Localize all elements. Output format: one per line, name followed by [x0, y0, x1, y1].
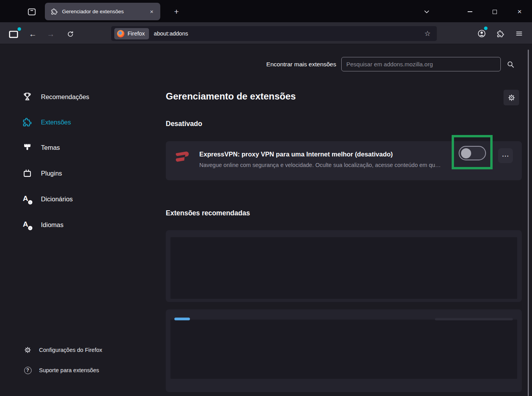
chevron-down-icon [423, 8, 431, 16]
url-text: about:addons [154, 30, 188, 37]
titlebar: Gerenciador de extensões × + × [0, 0, 532, 22]
plug-icon [22, 168, 32, 178]
account-icon [477, 29, 486, 38]
card-content-placeholder [170, 237, 517, 299]
extensions-toolbar-button[interactable] [493, 27, 508, 40]
vertical-scrollbar[interactable] [528, 50, 529, 396]
letter-a-download-icon [23, 220, 32, 229]
gear-icon [24, 346, 32, 354]
section-heading-disabled: Desativado [166, 120, 202, 128]
new-tab-button[interactable]: + [170, 5, 183, 18]
reload-button[interactable] [64, 28, 76, 40]
menu-button[interactable] [512, 27, 527, 40]
extension-card-expressvpn[interactable]: ExpressVPN: proxy VPN para uma Internet … [166, 141, 522, 180]
extension-enable-toggle[interactable] [459, 146, 486, 160]
sidebar-item-label: Idiomas [41, 221, 64, 229]
site-identity-label: Firefox [128, 30, 145, 37]
sidebar-item-label: Plugins [41, 170, 62, 177]
sidebar-item-languages[interactable]: Idiomas [22, 217, 151, 233]
window-icon [9, 30, 19, 39]
address-bar[interactable]: Firefox about:addons ☆ [111, 26, 437, 41]
sidebar-item-firefox-settings[interactable]: Configurações do Firefox [23, 343, 152, 357]
search-icon [506, 60, 515, 69]
sidebar-item-label: Dicionários [41, 195, 73, 203]
notification-dot [18, 27, 21, 31]
firefox-view-icon [27, 7, 37, 17]
extension-description: Navegue online com segurança e velocidad… [199, 162, 441, 168]
sidebar-item-label: Recomendações [41, 93, 89, 101]
forward-button[interactable]: → [44, 28, 57, 40]
sidebar-item-label: Configurações do Firefox [39, 347, 102, 353]
tools-for-all-addons-button[interactable] [504, 90, 519, 105]
maximize-button[interactable] [488, 5, 502, 19]
extension-name: ExpressVPN: proxy VPN para uma Internet … [199, 151, 393, 158]
loading-icon-placeholder [174, 318, 190, 320]
firefox-view-button[interactable] [24, 4, 39, 19]
tab-list-button[interactable] [420, 5, 433, 18]
page-title: Gerenciamento de extensões [166, 91, 296, 102]
puzzle-icon [497, 30, 505, 38]
puzzle-icon [51, 8, 58, 15]
loading-bar-placeholder [435, 318, 513, 320]
sidebar-item-themes[interactable]: Temas [22, 140, 151, 155]
sidebar-item-extension-support[interactable]: ? Suporte para extensões [23, 363, 152, 377]
profile-button[interactable] [5, 27, 22, 41]
tab-close-button[interactable]: × [147, 7, 156, 16]
tab-extension-manager[interactable]: Gerenciador de extensões × [45, 3, 160, 20]
bookmark-star-button[interactable]: ☆ [422, 28, 433, 39]
site-identity-chip[interactable]: Firefox [114, 28, 149, 39]
gear-icon [507, 94, 516, 102]
question-icon: ? [24, 367, 32, 374]
trophy-icon [22, 92, 32, 102]
sidebar-item-label: Extensões [41, 119, 71, 126]
recommended-extension-card[interactable] [166, 309, 522, 392]
reload-icon [67, 30, 74, 38]
recommended-extension-card[interactable] [166, 230, 522, 302]
account-button[interactable] [474, 27, 489, 40]
card-content-placeholder [170, 320, 517, 379]
close-window-button[interactable]: × [512, 5, 527, 19]
sidebar-item-label: Temas [41, 144, 60, 151]
paintbrush-icon [22, 142, 32, 153]
tab-title: Gerenciador de extensões [62, 9, 147, 14]
firefox-logo-icon [117, 30, 124, 37]
search-button[interactable] [505, 59, 516, 70]
sidebar-item-extensions[interactable]: Extensões [22, 114, 151, 130]
sidebar-item-dictionaries[interactable]: Dicionários [22, 191, 151, 207]
section-heading-recommended: Extensões recomendadas [166, 209, 250, 217]
firefox-window: Gerenciador de extensões × + × ← → Firef… [0, 0, 532, 396]
puzzle-icon [22, 117, 32, 127]
find-more-extensions-label: Encontrar mais extensões [266, 61, 336, 68]
minimize-icon [468, 11, 472, 12]
maximize-icon [493, 10, 497, 14]
notification-dot [484, 27, 488, 30]
minimize-button[interactable] [463, 5, 477, 19]
sidebar-item-plugins[interactable]: Plugins [22, 165, 151, 181]
toggle-knob [461, 148, 471, 158]
search-input[interactable] [341, 57, 501, 71]
letter-a-download-icon [23, 194, 32, 204]
expressvpn-logo-icon [173, 147, 191, 165]
sidebar-item-label: Suporte para extensões [39, 367, 99, 373]
more-options-button[interactable]: ⋯ [498, 148, 513, 163]
back-button[interactable]: ← [27, 28, 39, 40]
hamburger-icon [515, 30, 523, 37]
sidebar-item-recommendations[interactable]: Recomendações [22, 89, 151, 105]
